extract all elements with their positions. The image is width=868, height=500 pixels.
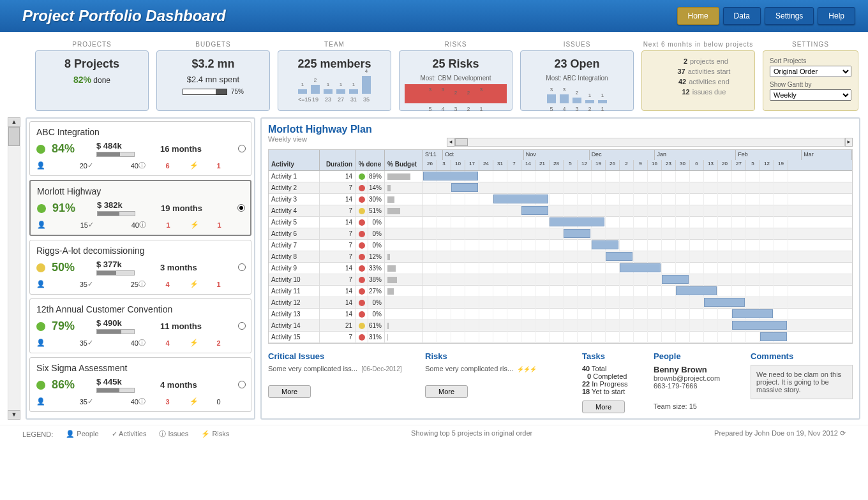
people-name: Benny Brown <box>654 365 743 374</box>
people-team: Team size: 15 <box>654 402 743 410</box>
gantt-select[interactable]: Weekly <box>770 89 851 101</box>
tile-projects[interactable]: 8 Projects 82% done <box>35 50 149 111</box>
status-dot-icon <box>36 145 45 154</box>
nav-home-button[interactable]: Home <box>677 7 719 25</box>
project-list: ABC Integration84%$ 484k16 months👤20✓40ⓘ… <box>26 117 255 420</box>
activity-pctdone: 30% <box>368 194 385 205</box>
project-pct: 86% <box>52 378 84 392</box>
project-pct: 50% <box>52 261 84 274</box>
bolt-icon: ⚡ <box>190 280 214 288</box>
tasks-more-button[interactable]: More <box>582 401 625 413</box>
gantt-row: Activity 12140% <box>269 297 852 309</box>
project-months: 16 months <box>160 144 211 154</box>
project-budget: $ 484k <box>96 141 160 151</box>
project-card[interactable]: Riggs-A-lot decomissioning50%$ 377k3 mon… <box>29 240 251 295</box>
project-card[interactable]: ABC Integration84%$ 484k16 months👤20✓40ⓘ… <box>29 121 251 176</box>
project-card[interactable]: Morlott Highway91%$ 382k19 months👤15✓40ⓘ… <box>29 180 251 236</box>
budget-bar <box>387 173 410 180</box>
people-icon: 👤 <box>36 280 77 288</box>
gantt-right-icon[interactable]: ► <box>845 138 853 147</box>
panel-people: People Benny Brown brownb@project.com 66… <box>654 351 743 413</box>
tile-budgets-barpct: 75% <box>231 88 244 95</box>
tile-issues[interactable]: 23 Open Most: ABC Integration 33211 5432… <box>520 50 634 111</box>
status-dot-icon <box>359 323 365 329</box>
activity-name: Activity 4 <box>269 205 320 216</box>
bolt-icon: ⚡ <box>190 221 214 229</box>
gantt-bar <box>493 195 548 203</box>
project-months: 4 months <box>160 380 211 390</box>
info-icon: ⓘ <box>138 338 163 348</box>
gantt-row: Activity 31430% <box>269 194 852 205</box>
gantt-left-icon[interactable]: ◄ <box>447 138 454 147</box>
footer: LEGEND: 👤 People ✓ Activities ⓘ Issues ⚡… <box>0 425 868 443</box>
gantt-bar <box>564 229 590 238</box>
activity-pctdone: 33% <box>368 263 385 274</box>
gantt-scrollbar[interactable]: ◄ ► <box>447 138 853 147</box>
nav-data-button[interactable]: Data <box>723 7 761 25</box>
activity-name: Activity 11 <box>269 286 320 297</box>
scroll-up-icon[interactable]: ▲ <box>8 117 20 127</box>
project-months: 11 months <box>160 321 211 331</box>
project-card[interactable]: 12th Annual Customer Convention79%$ 490k… <box>29 298 251 353</box>
tile-risks[interactable]: 25 Risks Most: CBM Development 33223 543… <box>399 50 513 111</box>
gantt-row: Activity 142161% <box>269 320 852 332</box>
gantt-bar <box>704 298 745 307</box>
budget-bar <box>387 288 394 295</box>
project-radio[interactable] <box>238 145 246 152</box>
gantt-row: Activity 5140% <box>269 217 852 228</box>
info-icon: ⓘ <box>138 397 163 406</box>
status-dot-icon <box>36 263 45 272</box>
project-radio[interactable] <box>238 381 246 388</box>
activity-duration: 21 <box>320 320 355 331</box>
tile-risks-value: 25 Risks <box>405 57 507 71</box>
scroll-thumb[interactable] <box>8 127 20 146</box>
project-pct: 91% <box>52 202 84 215</box>
project-budget: $ 382k <box>97 200 161 210</box>
project-card[interactable]: Six Sigma Assessment86%$ 445k4 months👤35… <box>29 357 251 412</box>
left-scrollbar[interactable]: ▲ ▼ <box>8 117 20 420</box>
activity-pctdone: 0% <box>368 297 385 308</box>
project-budget: $ 490k <box>96 318 160 328</box>
project-radio[interactable] <box>238 322 246 330</box>
tile-team[interactable]: 225 members 121114 <=151923273135 <box>278 50 391 111</box>
status-dot-icon <box>359 265 365 272</box>
gantt-bar <box>662 275 689 284</box>
activity-pctdone: 27% <box>368 286 385 297</box>
project-name: Morlott Highway <box>37 186 244 196</box>
activity-pctdone: 51% <box>368 205 385 216</box>
budget-bar <box>387 254 390 260</box>
activity-pctdone: 12% <box>368 251 385 262</box>
project-radio[interactable] <box>238 263 246 271</box>
status-dot-icon <box>359 288 365 295</box>
status-dot-icon <box>359 185 365 191</box>
panel-people-title: People <box>654 351 743 361</box>
project-radio[interactable] <box>237 204 245 212</box>
activity-duration: 7 <box>320 251 355 262</box>
gantt-thumb[interactable] <box>455 138 468 146</box>
sort-select[interactable]: Original Order <box>770 66 851 77</box>
tile-budgets-label: BUDGETS <box>156 41 270 48</box>
activity-duration: 14 <box>320 217 355 228</box>
activity-duration: 7 <box>320 332 355 342</box>
tile-budgets[interactable]: $3.2 mn $2.4 mn spent 75% <box>156 50 270 111</box>
activity-duration: 7 <box>320 240 355 251</box>
activity-name: Activity 9 <box>269 263 320 274</box>
gantt-row: Activity 15731% <box>269 332 852 343</box>
risks-more-button[interactable]: More <box>425 385 468 398</box>
project-name: 12th Annual Customer Convention <box>36 304 244 314</box>
status-dot-icon <box>359 311 365 318</box>
tile-issues-value: 23 Open <box>526 57 628 71</box>
gantt-row: Activity 13140% <box>269 309 852 320</box>
tile-info: 2projects end37activities start42activit… <box>641 50 755 111</box>
project-months: 19 months <box>161 203 212 213</box>
nav-help-button[interactable]: Help <box>818 7 855 25</box>
scroll-down-icon[interactable]: ▼ <box>8 410 20 420</box>
refresh-icon[interactable]: ⟳ <box>840 429 846 437</box>
issues-more-button[interactable]: More <box>268 385 311 398</box>
people-icon: 👤 <box>36 339 77 347</box>
info-icon: ⓘ <box>139 220 163 230</box>
activity-name: Activity 8 <box>269 251 320 262</box>
activity-pctdone: 38% <box>368 274 385 285</box>
status-dot-icon <box>359 196 365 203</box>
nav-settings-button[interactable]: Settings <box>765 7 814 25</box>
